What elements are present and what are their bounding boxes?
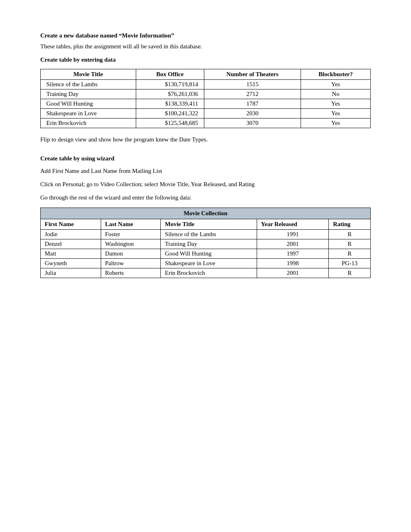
table2-cell: R [329, 230, 371, 239]
table2-cell: Paltrow [101, 259, 161, 268]
table2-cell: Good Will Hunting [161, 249, 257, 259]
col-num-theaters: Number of Theaters [204, 69, 301, 80]
table1-cell: Shakespeare in Love [41, 109, 136, 118]
table2-cell: Roberts [101, 268, 161, 278]
col-rating: Rating [329, 219, 371, 230]
table2-cell: Julia [41, 268, 101, 278]
col-year-released: Year Released [257, 219, 329, 230]
col-last-name: Last Name [101, 219, 161, 230]
table-row: JuliaRobertsErin Brockovich2001R [41, 268, 371, 278]
table1-header-row: Movie Title Box Office Number of Theater… [41, 69, 371, 80]
table-row: GwynethPaltrowShakespeare in Love1998PG-… [41, 259, 371, 268]
table1-cell: 1515 [204, 80, 301, 89]
table2-cell: PG-13 [329, 259, 371, 268]
col-blockbuster: Blockbuster? [301, 69, 371, 80]
table-row: Silence of the Lambs$130,719,8141515Yes [41, 80, 371, 89]
table2-cell: Matt [41, 249, 101, 259]
table2-header-row: First Name Last Name Movie Title Year Re… [41, 219, 371, 230]
table2-cell: Gwyneth [41, 259, 101, 268]
subheading-enter-data: Create table by entering data [40, 56, 371, 63]
table1-cell: $125,548,685 [136, 118, 204, 128]
table2-cell: Training Day [161, 239, 257, 249]
table2-cell: Shakespeare in Love [161, 259, 257, 268]
table2-cell: R [329, 239, 371, 249]
table2-cell: Jodie [41, 230, 101, 239]
table2-cell: R [329, 249, 371, 259]
table-row: Shakespeare in Love$100,241,3222030Yes [41, 109, 371, 118]
table2-caption-row: Movie Collection [41, 208, 371, 219]
table2-cell: Erin Brockovich [161, 268, 257, 278]
subheading-wizard: Create table by using wizard [40, 155, 371, 162]
table2-cell: R [329, 268, 371, 278]
table2-wrapper: Movie Collection First Name Last Name Mo… [40, 208, 371, 278]
table1-cell: 2030 [204, 109, 301, 118]
table2-cell: Silence of the Lambs [161, 230, 257, 239]
table1-cell: 1787 [204, 99, 301, 109]
col-box-office: Box Office [136, 69, 204, 80]
flip-text: Flip to design view and show how the pro… [40, 136, 371, 143]
table-row: DenzelWashingtonTraining Day2001R [41, 239, 371, 249]
table2-cell: 1997 [257, 249, 329, 259]
table1-cell: Yes [301, 80, 371, 89]
movie-info-table: Movie Title Box Office Number of Theater… [40, 69, 371, 128]
table1-cell: Good Will Hunting [41, 99, 136, 109]
table2-cell: 2001 [257, 239, 329, 249]
table1-cell: $130,719,814 [136, 80, 204, 89]
col-movie-title2: Movie Title [161, 219, 257, 230]
table2-cell: 1998 [257, 259, 329, 268]
table1-cell: 2712 [204, 89, 301, 99]
table2-cell: 1991 [257, 230, 329, 239]
table1-cell: No [301, 89, 371, 99]
table2-cell: Washington [101, 239, 161, 249]
table1-cell: Silence of the Lambs [41, 80, 136, 89]
table1-cell: $76,261,036 [136, 89, 204, 99]
table2-caption: Movie Collection [41, 208, 371, 219]
wizard-text1: Add First Name and Last Name from Mailin… [40, 168, 371, 175]
table1-cell: $100,241,322 [136, 109, 204, 118]
table-row: Good Will Hunting$138,339,4111787Yes [41, 99, 371, 109]
table2-cell: Denzel [41, 239, 101, 249]
table1-cell: Erin Brockovich [41, 118, 136, 128]
table1-cell: 3070 [204, 118, 301, 128]
table2-cell: Damon [101, 249, 161, 259]
table1-cell: Yes [301, 99, 371, 109]
movie-collection-table: Movie Collection First Name Last Name Mo… [40, 208, 371, 278]
wizard-text3: Go through the rest of the wizard and en… [40, 194, 371, 201]
table-row: Erin Brockovich$125,548,6853070Yes [41, 118, 371, 128]
table1-cell: $138,339,411 [136, 99, 204, 109]
table-row: Training Day$76,261,0362712No [41, 89, 371, 99]
table-row: MattDamonGood Will Hunting1997R [41, 249, 371, 259]
col-movie-title: Movie Title [41, 69, 136, 80]
table1-wrapper: Movie Title Box Office Number of Theater… [40, 69, 371, 128]
table-row: JodieFosterSilence of the Lambs1991R [41, 230, 371, 239]
table2-cell: 2001 [257, 268, 329, 278]
table1-cell: Yes [301, 118, 371, 128]
table2-cell: Foster [101, 230, 161, 239]
table1-cell: Training Day [41, 89, 136, 99]
intro-text: These tables, plus the assignment will a… [40, 43, 371, 50]
col-first-name: First Name [41, 219, 101, 230]
main-heading: Create a new database named “Movie Infor… [40, 32, 371, 39]
table1-cell: Yes [301, 109, 371, 118]
wizard-text2: Click on Personal; go to Video Collectio… [40, 181, 371, 188]
